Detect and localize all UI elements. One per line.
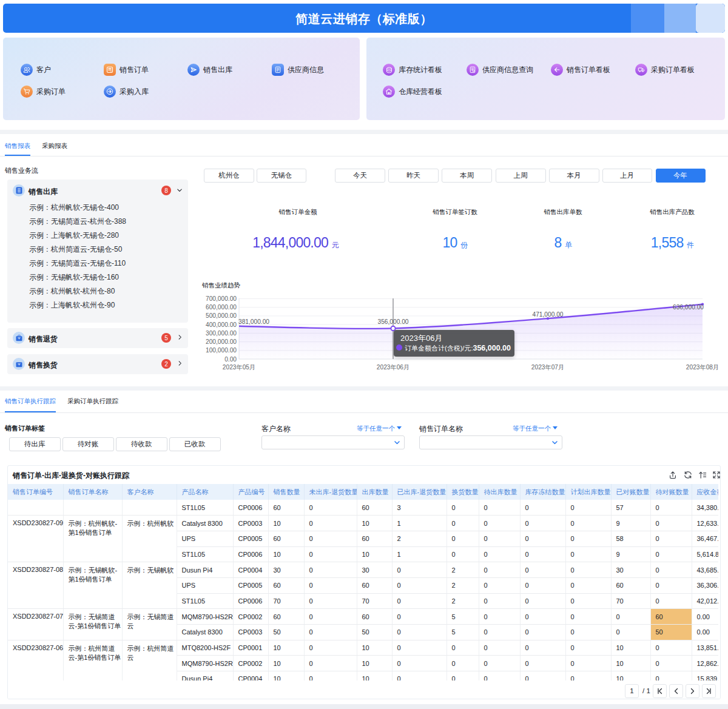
svg-text:636,000.00: 636,000.00 xyxy=(673,304,704,311)
svg-text:381,000.00: 381,000.00 xyxy=(238,318,269,325)
svg-text:600,000.00: 600,000.00 xyxy=(206,304,237,311)
svg-text:700,000.00: 700,000.00 xyxy=(206,295,237,302)
svg-text:2023年05月: 2023年05月 xyxy=(223,364,255,371)
svg-text:300,000.00: 300,000.00 xyxy=(206,330,237,337)
svg-text:2023年07月: 2023年07月 xyxy=(531,364,564,371)
svg-text:200,000.00: 200,000.00 xyxy=(206,338,237,345)
svg-text:356,000.00: 356,000.00 xyxy=(378,318,409,325)
svg-text:2023年06月: 2023年06月 xyxy=(377,364,410,371)
svg-text:100,000.00: 100,000.00 xyxy=(206,347,237,354)
svg-text:400,000.00: 400,000.00 xyxy=(206,321,237,328)
svg-text:500,000.00: 500,000.00 xyxy=(206,312,237,319)
svg-text:2023年08月: 2023年08月 xyxy=(686,364,719,371)
svg-text:0.00: 0.00 xyxy=(224,356,237,363)
svg-text:471,000.00: 471,000.00 xyxy=(533,311,564,318)
